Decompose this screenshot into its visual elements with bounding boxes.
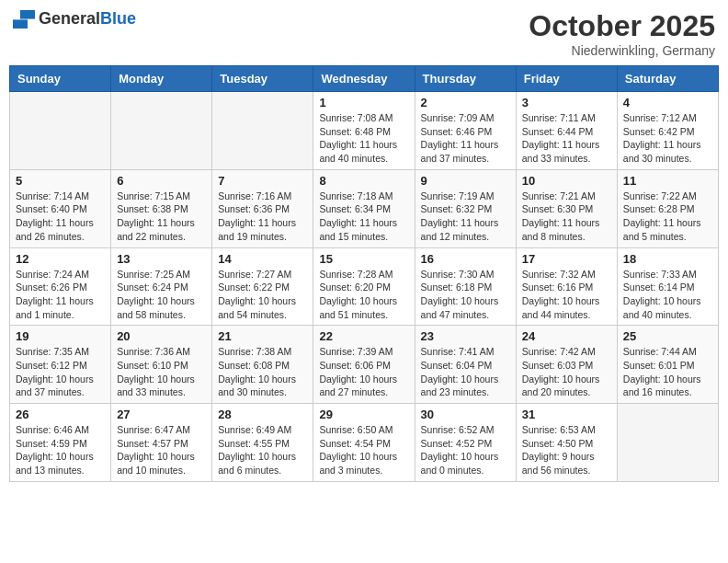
calendar-cell: 25Sunrise: 7:44 AM Sunset: 6:01 PM Dayli… — [617, 326, 718, 404]
day-number: 5 — [16, 174, 105, 188]
day-number: 3 — [522, 96, 611, 109]
calendar-week-row: 1Sunrise: 7:08 AM Sunset: 6:48 PM Daylig… — [10, 92, 719, 170]
day-number: 13 — [117, 252, 206, 266]
day-number: 26 — [16, 408, 105, 421]
day-number: 27 — [117, 408, 206, 421]
day-info: Sunrise: 7:16 AM Sunset: 6:36 PM Dayligh… — [218, 190, 307, 244]
calendar-cell: 10Sunrise: 7:21 AM Sunset: 6:30 PM Dayli… — [516, 169, 617, 247]
day-info: Sunrise: 7:14 AM Sunset: 6:40 PM Dayligh… — [16, 190, 105, 244]
day-info: Sunrise: 7:21 AM Sunset: 6:30 PM Dayligh… — [522, 190, 611, 244]
calendar-cell: 11Sunrise: 7:22 AM Sunset: 6:28 PM Dayli… — [617, 169, 718, 247]
col-header-friday: Friday — [516, 66, 617, 92]
day-info: Sunrise: 6:49 AM Sunset: 4:55 PM Dayligh… — [218, 423, 307, 477]
calendar-cell: 17Sunrise: 7:32 AM Sunset: 6:16 PM Dayli… — [516, 247, 617, 326]
calendar-cell: 22Sunrise: 7:39 AM Sunset: 6:06 PM Dayli… — [313, 326, 415, 404]
day-number: 18 — [623, 252, 712, 266]
calendar-cell: 29Sunrise: 6:50 AM Sunset: 4:54 PM Dayli… — [313, 404, 415, 482]
calendar-week-row: 12Sunrise: 7:24 AM Sunset: 6:26 PM Dayli… — [10, 247, 719, 326]
day-info: Sunrise: 7:25 AM Sunset: 6:24 PM Dayligh… — [117, 268, 206, 322]
day-number: 4 — [623, 96, 712, 109]
calendar-cell — [212, 92, 313, 170]
day-info: Sunrise: 7:19 AM Sunset: 6:32 PM Dayligh… — [421, 190, 510, 244]
logo: GeneralBlue — [13, 9, 136, 29]
col-header-monday: Monday — [111, 66, 212, 92]
calendar-cell: 16Sunrise: 7:30 AM Sunset: 6:18 PM Dayli… — [415, 247, 516, 326]
day-info: Sunrise: 7:36 AM Sunset: 6:10 PM Dayligh… — [117, 345, 206, 399]
calendar-cell: 31Sunrise: 6:53 AM Sunset: 4:50 PM Dayli… — [516, 404, 617, 482]
month-title: October 2025 — [529, 9, 715, 43]
day-number: 11 — [623, 174, 712, 188]
day-info: Sunrise: 7:32 AM Sunset: 6:16 PM Dayligh… — [522, 268, 611, 322]
calendar-cell — [111, 92, 212, 170]
day-info: Sunrise: 7:35 AM Sunset: 6:12 PM Dayligh… — [16, 345, 105, 399]
svg-marker-0 — [20, 10, 35, 19]
calendar-cell: 6Sunrise: 7:15 AM Sunset: 6:38 PM Daylig… — [111, 169, 212, 247]
col-header-saturday: Saturday — [617, 66, 718, 92]
calendar-cell: 2Sunrise: 7:09 AM Sunset: 6:46 PM Daylig… — [415, 92, 516, 170]
calendar-week-row: 26Sunrise: 6:46 AM Sunset: 4:59 PM Dayli… — [10, 404, 719, 482]
calendar-cell: 20Sunrise: 7:36 AM Sunset: 6:10 PM Dayli… — [111, 326, 212, 404]
calendar-cell: 23Sunrise: 7:41 AM Sunset: 6:04 PM Dayli… — [415, 326, 516, 404]
day-number: 14 — [218, 252, 307, 266]
day-info: Sunrise: 6:52 AM Sunset: 4:52 PM Dayligh… — [421, 423, 510, 477]
calendar-table: SundayMondayTuesdayWednesdayThursdayFrid… — [9, 65, 719, 482]
day-number: 1 — [319, 96, 408, 109]
day-info: Sunrise: 6:50 AM Sunset: 4:54 PM Dayligh… — [319, 423, 408, 477]
day-number: 25 — [623, 329, 712, 343]
day-number: 28 — [218, 408, 307, 421]
day-number: 21 — [218, 329, 307, 343]
calendar-cell: 19Sunrise: 7:35 AM Sunset: 6:12 PM Dayli… — [10, 326, 111, 404]
day-number: 16 — [421, 252, 510, 266]
location: Niederwinkling, Germany — [529, 43, 715, 58]
day-info: Sunrise: 7:12 AM Sunset: 6:42 PM Dayligh… — [623, 111, 712, 166]
calendar-cell: 4Sunrise: 7:12 AM Sunset: 6:42 PM Daylig… — [617, 92, 718, 170]
title-area: October 2025 Niederwinkling, Germany — [529, 9, 715, 58]
calendar-cell: 7Sunrise: 7:16 AM Sunset: 6:36 PM Daylig… — [212, 169, 313, 247]
day-number: 17 — [522, 252, 611, 266]
day-number: 23 — [421, 329, 510, 343]
calendar-cell: 26Sunrise: 6:46 AM Sunset: 4:59 PM Dayli… — [10, 404, 111, 482]
calendar-week-row: 5Sunrise: 7:14 AM Sunset: 6:40 PM Daylig… — [10, 169, 719, 247]
calendar-cell: 5Sunrise: 7:14 AM Sunset: 6:40 PM Daylig… — [10, 169, 111, 247]
day-info: Sunrise: 7:28 AM Sunset: 6:20 PM Dayligh… — [319, 268, 408, 322]
calendar-cell: 18Sunrise: 7:33 AM Sunset: 6:14 PM Dayli… — [617, 247, 718, 326]
calendar-cell: 9Sunrise: 7:19 AM Sunset: 6:32 PM Daylig… — [415, 169, 516, 247]
day-number: 2 — [421, 96, 510, 109]
day-info: Sunrise: 7:09 AM Sunset: 6:46 PM Dayligh… — [421, 111, 510, 166]
day-number: 15 — [319, 252, 408, 266]
calendar-cell: 1Sunrise: 7:08 AM Sunset: 6:48 PM Daylig… — [313, 92, 415, 170]
day-number: 19 — [16, 329, 105, 343]
day-number: 31 — [522, 408, 611, 421]
day-info: Sunrise: 7:42 AM Sunset: 6:03 PM Dayligh… — [522, 345, 611, 399]
day-number: 12 — [16, 252, 105, 266]
col-header-tuesday: Tuesday — [212, 66, 313, 92]
logo-general: General — [39, 9, 100, 28]
day-number: 30 — [421, 408, 510, 421]
day-info: Sunrise: 7:08 AM Sunset: 6:48 PM Dayligh… — [319, 111, 408, 166]
day-info: Sunrise: 7:38 AM Sunset: 6:08 PM Dayligh… — [218, 345, 307, 399]
day-info: Sunrise: 7:30 AM Sunset: 6:18 PM Dayligh… — [421, 268, 510, 322]
calendar-cell: 3Sunrise: 7:11 AM Sunset: 6:44 PM Daylig… — [516, 92, 617, 170]
day-info: Sunrise: 7:11 AM Sunset: 6:44 PM Dayligh… — [522, 111, 611, 166]
day-info: Sunrise: 7:27 AM Sunset: 6:22 PM Dayligh… — [218, 268, 307, 322]
calendar-cell — [10, 92, 111, 170]
day-number: 10 — [522, 174, 611, 188]
day-info: Sunrise: 6:53 AM Sunset: 4:50 PM Dayligh… — [522, 423, 611, 477]
day-info: Sunrise: 7:33 AM Sunset: 6:14 PM Dayligh… — [623, 268, 712, 322]
day-number: 24 — [522, 329, 611, 343]
day-number: 6 — [117, 174, 206, 188]
calendar-cell: 30Sunrise: 6:52 AM Sunset: 4:52 PM Dayli… — [415, 404, 516, 482]
calendar-cell: 14Sunrise: 7:27 AM Sunset: 6:22 PM Dayli… — [212, 247, 313, 326]
day-number: 7 — [218, 174, 307, 188]
day-info: Sunrise: 7:18 AM Sunset: 6:34 PM Dayligh… — [319, 190, 408, 244]
col-header-wednesday: Wednesday — [313, 66, 415, 92]
col-header-sunday: Sunday — [10, 66, 111, 92]
day-number: 8 — [319, 174, 408, 188]
calendar-cell: 27Sunrise: 6:47 AM Sunset: 4:57 PM Dayli… — [111, 404, 212, 482]
calendar-cell: 13Sunrise: 7:25 AM Sunset: 6:24 PM Dayli… — [111, 247, 212, 326]
calendar-cell: 12Sunrise: 7:24 AM Sunset: 6:26 PM Dayli… — [10, 247, 111, 326]
day-info: Sunrise: 6:46 AM Sunset: 4:59 PM Dayligh… — [16, 423, 105, 477]
calendar-cell: 21Sunrise: 7:38 AM Sunset: 6:08 PM Dayli… — [212, 326, 313, 404]
day-number: 22 — [319, 329, 408, 343]
day-info: Sunrise: 7:24 AM Sunset: 6:26 PM Dayligh… — [16, 268, 105, 322]
